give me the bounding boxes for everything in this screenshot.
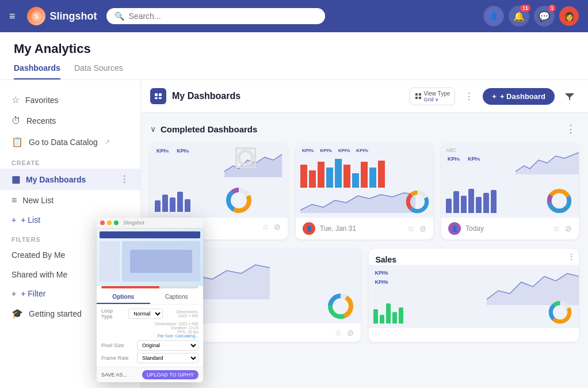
upload-to-giphy-button[interactable]: UPLOAD TO GIPHY [142,370,198,379]
search-input[interactable] [129,12,317,21]
header-actions: 👤 🔔 11 💬 1 👩 [483,6,579,26]
page-header: My Analytics Dashboards Data Sources [0,32,588,80]
sidebar-item-new-list[interactable]: ≡ New List [0,190,140,211]
card-more-button[interactable]: ⋮ [567,252,575,261]
svg-rect-2 [155,93,158,96]
star-icon: ☆ [12,94,20,105]
svg-rect-20 [343,165,350,188]
hamburger-menu[interactable]: ≡ [9,10,16,22]
more-icon[interactable]: ⋮ [120,174,129,185]
close-traffic-light[interactable] [100,220,105,225]
filter-button[interactable] [560,87,579,105]
dashboard-card[interactable]: KPI% KPI% KPI% KPI% [296,143,433,239]
chevron-down-icon[interactable]: ∨ [150,124,156,134]
view-type-button[interactable]: View Type Grid ∨ [410,88,456,105]
plus-filter-icon: + [12,289,16,298]
sidebar-item-recents[interactable]: ⏱ Recents [0,111,140,131]
sidebar-item-label: Getting started [29,309,82,318]
video-progress[interactable] [101,286,198,288]
messages-button[interactable]: 💬 1 [534,6,555,26]
video-tabs: Options Captions [97,291,203,305]
panel-title: My Dashboards [172,91,404,101]
card-title-row: Sales [369,249,579,265]
star-action-icon[interactable]: ☆ [553,224,560,233]
tab-dashboards[interactable]: Dashboards [14,63,60,79]
user-avatar[interactable]: 👩 [559,6,579,26]
save-as-button[interactable]: SAVE AS... [101,372,127,378]
help-button[interactable]: 👤 [483,6,504,26]
svg-rect-17 [318,162,324,188]
svg-rect-3 [159,93,162,96]
svg-text:S: S [34,13,38,20]
add-dashboard-button[interactable]: + + Dashboard [483,88,555,105]
star-action-icon[interactable]: ☆ [262,222,269,231]
frame-rate-select[interactable]: Standard [137,353,198,363]
svg-rect-18 [326,168,333,188]
add-btn-label: + Dashboard [500,92,545,101]
pixel-size-select[interactable]: Original [137,340,198,351]
svg-rect-9 [419,97,421,99]
graduation-icon: 🎓 [12,308,23,319]
panel-icon [150,88,166,104]
message-badge: 1 [548,5,556,12]
area-chart-2 [300,190,415,213]
external-link-icon: ↗ [105,138,110,146]
sidebar-item-my-dashboards[interactable]: ▦ My Dashboards ⋮ [0,169,140,190]
sidebar-item-label: My Dashboards [26,175,86,184]
star-action-icon[interactable]: ☆ [335,328,342,337]
video-form: Loop Type Normal Dimensions: 1022 × 692 … [97,305,203,367]
sidebar-item-data-catalog[interactable]: 📋 Go to Data Catalog ↗ [0,131,140,153]
donut-chart-4 [326,292,355,321]
share-action-icon[interactable]: ⊘ [274,222,281,231]
svg-rect-16 [309,170,316,188]
video-tab-options[interactable]: Options [97,291,150,304]
card-preview: ABC KPI% KPI% [441,143,579,218]
svg-rect-22 [361,162,368,188]
svg-rect-8 [415,97,418,99]
card-preview: KPI% KPI% [369,265,579,328]
main-container: My Analytics Dashboards Data Sources ☆ F… [0,32,588,388]
svg-point-14 [239,151,253,165]
dashboard-card-sales[interactable]: ⋮ Sales KPI% KPI% [369,249,579,342]
card-user-avatar: 👤 [303,222,315,235]
svg-rect-24 [378,161,385,188]
bell-icon: 🔔 [513,11,525,22]
minimize-traffic-light[interactable] [107,220,112,225]
svg-rect-21 [352,173,359,188]
sidebar-item-favorites[interactable]: ☆ Favorites [0,89,140,111]
notifications-button[interactable]: 🔔 11 [509,6,529,26]
share-action-icon[interactable]: ⊘ [565,224,572,233]
svg-rect-7 [419,93,421,96]
video-app-name: Slingshot [123,220,144,226]
frame-rate-row: Frame Rate Standard [101,353,198,363]
section-more-button[interactable]: ⋮ [563,121,579,137]
loop-type-label: Loop Type [101,308,125,319]
pixel-size-row: Pixel Size Original [101,340,198,351]
video-tab-captions[interactable]: Captions [150,291,204,304]
panel-more-button[interactable]: ⋮ [461,88,477,104]
view-type-label: View Type [424,90,450,97]
clock-icon: ⏱ [12,116,21,126]
help-avatar: 👤 [484,7,503,25]
video-topbar: Slingshot [97,218,203,229]
svg-rect-4 [155,97,158,99]
maximize-traffic-light[interactable] [114,220,119,225]
sidebar-item-label: Created By Me [12,250,65,260]
line-chart-3 [516,146,579,174]
share-action-icon[interactable]: ⊘ [347,328,354,337]
tab-data-sources[interactable]: Data Sources [74,63,123,79]
bar-chart-2 [300,156,427,188]
dashboard-card[interactable]: ABC KPI% KPI% [441,143,579,239]
donut-chart-3 [545,187,573,215]
notification-badge: 11 [520,5,530,12]
card-preview: KPI% KPI% KPI% KPI% [296,143,433,218]
card-footer: 👤 Today ☆ ⊘ [441,218,579,239]
loop-type-select[interactable]: Normal [128,309,163,319]
star-action-icon[interactable]: ☆ [407,224,415,233]
page-title: My Analytics [14,41,574,56]
video-bottom-bar: SAVE AS... UPLOAD TO GIPHY [97,367,203,382]
svg-rect-19 [335,159,342,188]
left-panel: My Analytics Dashboards Data Sources ☆ F… [0,32,588,388]
share-action-icon[interactable]: ⊘ [419,224,426,233]
section-title: Completed Dashboards [161,124,558,134]
